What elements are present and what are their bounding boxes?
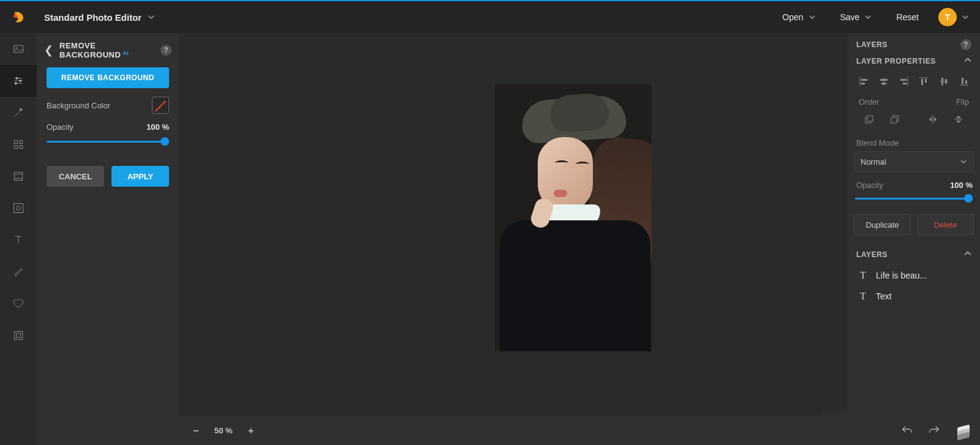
options-panel: ❮ REMOVE BACKGROUNDAI ? REMOVE BACKGROUN… [37, 33, 179, 445]
remove-background-button[interactable]: REMOVE BACKGROUND [47, 67, 169, 88]
layers-section-title: LAYERS [856, 250, 888, 259]
svg-rect-28 [867, 116, 873, 121]
opacity-value: 100 % [146, 122, 169, 132]
svg-rect-25 [962, 78, 963, 84]
ai-tag: AI [123, 50, 129, 56]
svg-rect-8 [20, 146, 23, 149]
top-actions: Open Save Reset [782, 12, 919, 22]
open-menu[interactable]: Open [782, 12, 815, 22]
chevron-down-icon [864, 13, 872, 21]
svg-point-2 [16, 77, 18, 79]
svg-rect-16 [861, 83, 865, 84]
delete-button[interactable]: Delete [917, 214, 974, 235]
tool-overlay-frame[interactable] [0, 320, 37, 351]
svg-rect-22 [925, 79, 927, 83]
tool-image[interactable] [0, 33, 37, 65]
align-buttons [848, 72, 980, 91]
user-menu[interactable]: T [938, 8, 969, 26]
avatar-letter: T [945, 12, 951, 22]
tool-favorite[interactable] [0, 288, 37, 320]
undo-button[interactable] [900, 424, 914, 438]
svg-rect-23 [941, 78, 943, 85]
options-header: ❮ REMOVE BACKGROUNDAI ? [37, 38, 179, 62]
open-label: Open [782, 12, 803, 22]
canvas-image[interactable] [495, 84, 652, 351]
tool-magic[interactable] [0, 97, 37, 129]
order-label: Order [859, 97, 879, 107]
layer-item-label: Text [876, 291, 892, 301]
svg-rect-5 [14, 140, 17, 143]
svg-rect-24 [945, 79, 947, 84]
svg-rect-12 [14, 331, 22, 339]
order-forward-icon[interactable] [860, 111, 878, 127]
align-top-icon[interactable] [916, 74, 931, 89]
reset-button[interactable]: Reset [896, 12, 919, 22]
layers-title: LAYERS [856, 40, 888, 49]
chevron-down-icon [960, 158, 967, 165]
chevron-down-icon [148, 13, 155, 21]
text-layer-icon: T [858, 291, 869, 302]
canvas[interactable] [179, 33, 821, 416]
svg-rect-21 [921, 79, 923, 85]
align-hcenter-icon[interactable] [876, 74, 891, 89]
help-icon[interactable]: ? [960, 39, 971, 50]
blend-mode-select[interactable]: Normal [854, 151, 974, 172]
tool-text[interactable] [0, 224, 37, 256]
opacity-row: Opacity 100 % [37, 114, 179, 132]
apply-button[interactable]: APPLY [111, 166, 169, 187]
align-left-icon[interactable] [856, 74, 871, 89]
align-right-icon[interactable] [897, 74, 911, 89]
zoom-in-button[interactable]: + [246, 425, 256, 436]
header-bar: Standard Photo Editor Open Save Reset T [0, 0, 980, 33]
reset-label: Reset [896, 12, 919, 22]
back-icon[interactable]: ❮ [44, 43, 53, 57]
zoom-out-button[interactable]: − [191, 425, 201, 436]
tool-grid[interactable] [0, 129, 37, 160]
tool-adjust[interactable] [0, 65, 37, 97]
svg-rect-15 [861, 79, 867, 81]
svg-rect-6 [20, 140, 23, 143]
help-icon[interactable]: ? [160, 45, 172, 56]
svg-point-3 [20, 80, 21, 81]
cancel-button[interactable]: CANCEL [47, 166, 104, 187]
flip-label: Flip [956, 97, 969, 107]
tool-frame[interactable] [0, 160, 37, 192]
bg-color-swatch[interactable] [152, 97, 169, 114]
layer-opacity-label: Opacity [856, 181, 883, 190]
svg-rect-0 [14, 45, 23, 53]
layer-opacity-slider[interactable] [855, 192, 973, 204]
svg-rect-30 [891, 118, 897, 123]
layer-item[interactable]: T Text [848, 286, 980, 307]
layer-item[interactable]: T Life is beau... [848, 265, 980, 286]
save-label: Save [840, 12, 860, 22]
tool-column [0, 33, 37, 445]
layers-toggle-button[interactable] [954, 422, 973, 440]
chevron-up-icon[interactable] [964, 56, 971, 65]
align-bottom-icon[interactable] [957, 74, 971, 89]
svg-rect-17 [880, 79, 888, 81]
svg-rect-10 [14, 204, 23, 213]
opacity-label: Opacity [47, 122, 74, 132]
save-menu[interactable]: Save [840, 12, 872, 22]
chevron-up-icon[interactable] [964, 250, 971, 259]
svg-rect-18 [881, 83, 886, 84]
align-vcenter-icon[interactable] [937, 74, 951, 89]
duplicate-button[interactable]: Duplicate [854, 214, 911, 235]
chevron-down-icon [962, 13, 969, 21]
app-title-dropdown[interactable]: Standard Photo Editor [44, 12, 155, 23]
order-backward-icon[interactable] [886, 111, 904, 127]
redo-button[interactable] [927, 424, 941, 438]
svg-rect-26 [965, 80, 967, 84]
flip-vertical-icon[interactable] [949, 111, 968, 127]
flip-horizontal-icon[interactable] [924, 111, 942, 127]
layer-item-label: Life is beau... [876, 271, 927, 280]
bg-color-row: Background Color [37, 88, 179, 114]
bottom-bar: − 50 % + [179, 416, 980, 445]
tool-focus[interactable] [0, 192, 37, 224]
options-title-text: REMOVE BACKGROUND [59, 41, 121, 59]
svg-rect-9 [14, 172, 22, 180]
svg-rect-7 [14, 146, 17, 149]
opacity-slider[interactable] [47, 135, 169, 148]
app-logo[interactable] [0, 10, 37, 24]
tool-brush[interactable] [0, 256, 37, 288]
